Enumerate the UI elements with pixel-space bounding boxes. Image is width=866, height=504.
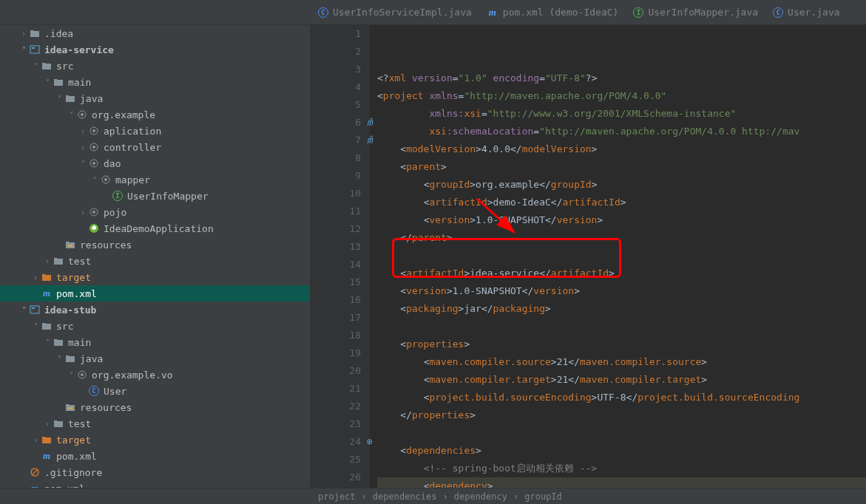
gutter-line-5[interactable]: 5 — [311, 96, 361, 114]
code-line-9[interactable]: <version>1.0-SNAPSHOT</version> — [377, 211, 866, 229]
chevron-icon[interactable]: ˅ — [78, 160, 87, 168]
tree-item-pom-xml[interactable]: mpom.xml — [0, 480, 310, 488]
breadcrumb-segment[interactable]: dependency — [454, 491, 507, 502]
tree-item-org-example[interactable]: ˅org.example — [0, 106, 310, 123]
chevron-icon[interactable]: ˅ — [55, 355, 64, 363]
tree-item-test[interactable]: ›test — [0, 415, 310, 432]
chevron-icon[interactable]: ˅ — [31, 322, 40, 330]
gutter-line-11[interactable]: 11 — [311, 202, 361, 220]
tree-item-ideademoapplication[interactable]: IdeaDemoApplication — [0, 220, 310, 236]
gutter-line-3[interactable]: 3 — [311, 61, 361, 78]
tree-item-java[interactable]: ˅java — [0, 90, 310, 106]
chevron-icon[interactable]: › — [78, 127, 87, 135]
tree-item--gitignore[interactable]: .gitignore — [0, 464, 310, 480]
code-line-12[interactable]: <artifactId>idea-service</artifactId> — [377, 265, 866, 282]
chevron-icon[interactable]: ˅ — [31, 62, 40, 70]
tree-item-target[interactable]: ›target — [0, 432, 310, 448]
chevron-icon[interactable]: ˅ — [19, 46, 28, 54]
breadcrumb-segment[interactable]: project — [318, 491, 356, 502]
code-line-6[interactable]: <parent> — [377, 158, 866, 176]
chevron-icon[interactable]: ˅ — [55, 95, 64, 103]
gutter-line-25[interactable]: 25 — [311, 451, 361, 469]
gutter-line-19[interactable]: 19 — [311, 344, 361, 362]
gutter-line-24[interactable]: 24 ⊕ — [311, 433, 361, 451]
code-line-21[interactable] — [377, 424, 866, 442]
gutter-line-10[interactable]: 10 — [311, 185, 361, 202]
gutter-line-6[interactable]: 6 m̂ m̂ — [311, 114, 361, 132]
gutter-line-27[interactable]: 27 — [311, 486, 361, 488]
chevron-icon[interactable]: › — [43, 420, 52, 428]
gutter-line-15[interactable]: 15 — [311, 273, 361, 291]
gutter-line-18[interactable]: 18 — [311, 327, 361, 344]
chevron-icon[interactable]: ˅ — [67, 111, 75, 119]
tree-item-resources[interactable]: resources — [0, 399, 310, 415]
chevron-icon[interactable]: › — [43, 257, 52, 265]
tree-item-mapper[interactable]: ˅mapper — [0, 171, 310, 188]
code-line-17[interactable]: <maven.compiler.source>21</maven.compile… — [377, 353, 866, 371]
tree-item-main[interactable]: ˅main — [0, 74, 310, 90]
chevron-icon[interactable]: ˅ — [43, 78, 52, 86]
gutter-line-2[interactable]: 2 — [311, 43, 361, 61]
code-line-2[interactable]: <project xmlns="http://maven.apache.org/… — [377, 87, 866, 105]
tree-item-pojo[interactable]: ›pojo — [0, 204, 310, 220]
code-line-3[interactable]: xmlns:xsi="http://www.w3.org/2001/XMLSch… — [377, 105, 866, 123]
tree-item-src[interactable]: ˅src — [0, 318, 310, 334]
chevron-icon[interactable]: › — [31, 273, 40, 282]
gutter-line-12[interactable]: 12 — [311, 220, 361, 238]
tree-item-dao[interactable]: ˅dao — [0, 155, 310, 171]
gutter-line-17[interactable]: 17 — [311, 309, 361, 327]
code-line-20[interactable]: </properties> — [377, 406, 866, 424]
code-line-4[interactable]: xsi:schemaLocation="http://maven.apache.… — [377, 123, 866, 140]
gutter-line-13[interactable]: 13 — [311, 238, 361, 256]
code-line-15[interactable] — [377, 318, 866, 336]
code-line-1[interactable]: <?xml version="1.0" encoding="UTF-8"?> — [377, 69, 866, 87]
tree-item-org-example-vo[interactable]: ˅org.example.vo — [0, 367, 310, 383]
gutter-line-1[interactable]: 1 — [311, 25, 361, 43]
code-line-5[interactable]: <modelVersion>4.0.0</modelVersion> — [377, 140, 866, 158]
code-line-23[interactable]: <!-- spring-boot启动相关依赖 --> — [377, 460, 866, 477]
tree-item-target[interactable]: ›target — [0, 269, 310, 285]
gutter-line-16[interactable]: 16 — [311, 291, 361, 309]
gutter-line-14[interactable]: 14 — [311, 256, 361, 273]
chevron-icon[interactable]: ˅ — [90, 176, 99, 184]
code-line-16[interactable]: <properties> — [377, 336, 866, 353]
code-line-7[interactable]: <groupId>org.example</groupId> — [377, 176, 866, 194]
code-line-11[interactable] — [377, 247, 866, 265]
gutter-line-21[interactable]: 21 — [311, 380, 361, 398]
tree-item-idea-service[interactable]: ˅idea-service — [0, 41, 310, 58]
code-line-19[interactable]: <project.build.sourceEncoding>UTF-8</pro… — [377, 389, 866, 406]
gutter-line-7[interactable]: 7 — [311, 132, 361, 149]
tree-item-controller[interactable]: ›controller — [0, 139, 310, 155]
code-line-24[interactable]: <dependency> — [377, 477, 866, 488]
tree-item-user[interactable]: CUser — [0, 383, 310, 399]
code-line-8[interactable]: <artifactId>demo-IdeaC</artifactId> — [377, 194, 866, 211]
chevron-icon[interactable]: › — [78, 143, 87, 151]
tab-userinfomapper[interactable]: I UserInfoMapper.java — [633, 7, 758, 18]
gutter-line-22[interactable]: 22 — [311, 398, 361, 415]
tree-item-src[interactable]: ˅src — [0, 58, 310, 74]
code-line-14[interactable]: <packaging>jar</packaging> — [377, 300, 866, 318]
tree-item-pom-xml[interactable]: mpom.xml — [0, 285, 310, 302]
chevron-icon[interactable]: ˅ — [67, 371, 75, 379]
code-editor[interactable]: 123456 m̂ m̂7891011121314151617181920212… — [311, 25, 866, 488]
tab-user[interactable]: C User.java — [773, 7, 839, 18]
tree-item-userinfomapper[interactable]: IUserInfoMapper — [0, 188, 310, 204]
tab-userinfoserviceimpl[interactable]: C UserInfoServiceImpl.java — [318, 7, 472, 18]
chevron-icon[interactable]: ˅ — [43, 338, 52, 347]
project-tree[interactable]: ›.idea˅idea-service˅src˅main˅java˅org.ex… — [0, 25, 311, 488]
code-line-18[interactable]: <maven.compiler.target>21</maven.compile… — [377, 371, 866, 389]
tree-item--idea[interactable]: ›.idea — [0, 25, 310, 41]
breadcrumb-segment[interactable]: dependencies — [373, 491, 437, 502]
gutter-line-23[interactable]: 23 — [311, 415, 361, 433]
breadcrumb-segment[interactable]: groupId — [524, 491, 562, 502]
code-line-10[interactable]: </parent> — [377, 229, 866, 247]
gutter-line-26[interactable]: 26 — [311, 469, 361, 486]
gutter-line-20[interactable]: 20 — [311, 362, 361, 380]
chevron-icon[interactable]: › — [31, 436, 40, 444]
tree-item-java[interactable]: ˅java — [0, 350, 310, 367]
tree-item-resources[interactable]: resources — [0, 236, 310, 253]
tree-item-aplication[interactable]: ›aplication — [0, 123, 310, 139]
tab-pom-demo[interactable]: m pom.xml (demo-IdeaC) — [487, 7, 619, 18]
gutter-line-9[interactable]: 9 — [311, 167, 361, 185]
tree-item-pom-xml[interactable]: mpom.xml — [0, 448, 310, 464]
